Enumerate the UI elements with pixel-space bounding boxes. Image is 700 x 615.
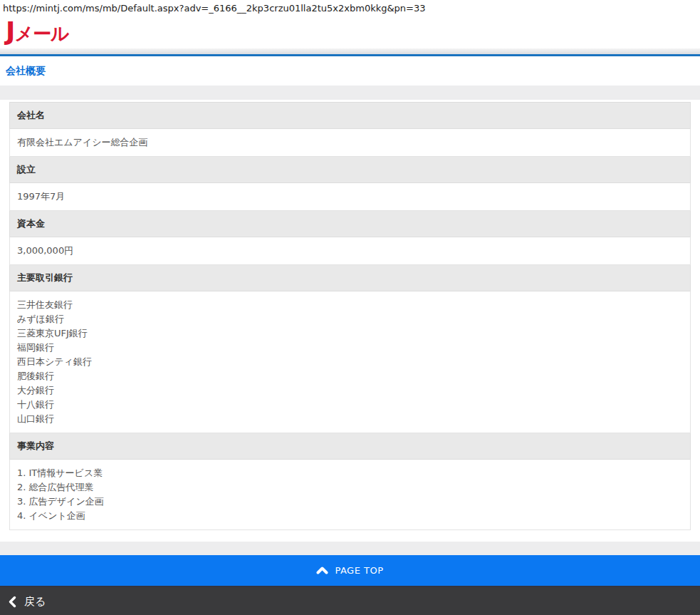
header-divider-strip bbox=[0, 48, 700, 56]
table-row: 主要取引銀行 bbox=[10, 265, 691, 291]
row-value-company-name: 有限会社エムアイシー総合企画 bbox=[10, 129, 691, 157]
table-row: 1997年7月 bbox=[10, 183, 691, 211]
table-row: 有限会社エムアイシー総合企画 bbox=[10, 129, 691, 157]
back-label: 戻る bbox=[24, 595, 46, 609]
table-row: 会社名 bbox=[10, 103, 691, 129]
chevron-left-icon bbox=[9, 596, 16, 608]
page-title-section: 会社概要 bbox=[0, 56, 700, 86]
table-row: 1. IT情報サービス業 2. 総合広告代理業 3. 広告デザイン企画 4. イ… bbox=[10, 460, 691, 530]
row-label-business: 事業内容 bbox=[10, 433, 691, 460]
company-info-panel: 会社名 有限会社エムアイシー総合企画 設立 1997年7月 資本金 bbox=[0, 100, 700, 542]
jmail-logo-text: メール bbox=[14, 23, 68, 44]
site-header: Jメール bbox=[0, 17, 700, 48]
table-row: 事業内容 bbox=[10, 433, 691, 460]
row-label-capital: 資本金 bbox=[10, 211, 691, 237]
company-info-table: 会社名 有限会社エムアイシー総合企画 設立 1997年7月 資本金 bbox=[9, 102, 691, 530]
page-top-label: PAGE TOP bbox=[335, 565, 383, 576]
row-value-capital: 3,000,000円 bbox=[10, 237, 691, 265]
back-button[interactable]: 戻る bbox=[0, 586, 700, 615]
page-url-text: https://mintj.com/ms/mb/Default.aspx?adv… bbox=[0, 0, 700, 17]
page: https://mintj.com/ms/mb/Default.aspx?adv… bbox=[0, 0, 700, 615]
row-value-main-banks: 三井住友銀行 みずほ銀行 三菱東京UFJ銀行 福岡銀行 西日本シティ銀行 肥後銀… bbox=[10, 291, 691, 433]
table-row: 3,000,000円 bbox=[10, 237, 691, 265]
chevron-up-icon bbox=[316, 567, 328, 574]
table-row: 設立 bbox=[10, 157, 691, 183]
content-area: 会社名 有限会社エムアイシー総合企画 設立 1997年7月 資本金 bbox=[0, 86, 700, 555]
row-value-business: 1. IT情報サービス業 2. 総合広告代理業 3. 広告デザイン企画 4. イ… bbox=[10, 460, 691, 530]
row-label-main-banks: 主要取引銀行 bbox=[10, 265, 691, 291]
page-title: 会社概要 bbox=[6, 65, 46, 78]
table-row: 三井住友銀行 みずほ銀行 三菱東京UFJ銀行 福岡銀行 西日本シティ銀行 肥後銀… bbox=[10, 291, 691, 433]
jmail-logo-j: J bbox=[6, 16, 14, 46]
jmail-logo[interactable]: Jメール bbox=[6, 19, 69, 44]
page-top-button[interactable]: PAGE TOP bbox=[0, 555, 700, 586]
row-value-established: 1997年7月 bbox=[10, 183, 691, 211]
row-label-established: 設立 bbox=[10, 157, 691, 183]
row-label-company-name: 会社名 bbox=[10, 103, 691, 129]
table-row: 資本金 bbox=[10, 211, 691, 237]
